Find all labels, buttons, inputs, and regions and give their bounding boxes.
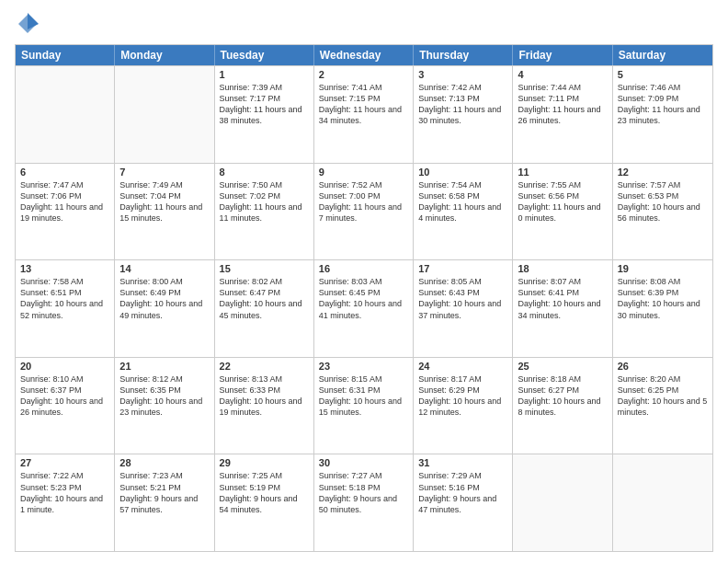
day-number: 29: [220, 457, 309, 468]
day-info: Sunrise: 8:17 AMSunset: 6:29 PMDaylight:…: [418, 373, 507, 419]
day-info: Sunrise: 7:57 AMSunset: 6:53 PMDaylight:…: [618, 179, 708, 224]
day-number: 13: [20, 263, 109, 274]
calendar-cell: 16Sunrise: 8:03 AMSunset: 6:45 PMDayligh…: [314, 260, 414, 357]
day-info: Sunrise: 8:07 AMSunset: 6:41 PMDaylight:…: [518, 276, 607, 321]
day-info: Sunrise: 7:29 AMSunset: 5:16 PMDaylight:…: [418, 470, 507, 515]
day-number: 1: [220, 69, 309, 80]
calendar-cell: 4Sunrise: 7:44 AMSunset: 7:11 PMDaylight…: [513, 66, 612, 163]
calendar-body: 1Sunrise: 7:39 AMSunset: 7:17 PMDaylight…: [16, 65, 712, 551]
day-number: 16: [319, 263, 408, 274]
calendar-cell: 6Sunrise: 7:47 AMSunset: 7:06 PMDaylight…: [16, 164, 115, 260]
day-number: 30: [319, 457, 408, 468]
day-info: Sunrise: 7:49 AMSunset: 7:04 PMDaylight:…: [119, 179, 209, 224]
day-info: Sunrise: 7:27 AMSunset: 5:18 PMDaylight:…: [319, 470, 408, 515]
day-info: Sunrise: 7:55 AMSunset: 6:56 PMDaylight:…: [518, 179, 607, 224]
calendar-day-header: Saturday: [613, 45, 712, 65]
calendar-day-header: Wednesday: [314, 45, 414, 65]
calendar-cell: 25Sunrise: 8:18 AMSunset: 6:27 PMDayligh…: [513, 358, 612, 454]
calendar-cell: 24Sunrise: 8:17 AMSunset: 6:29 PMDayligh…: [414, 358, 513, 454]
calendar-cell: 14Sunrise: 8:00 AMSunset: 6:49 PMDayligh…: [115, 260, 214, 357]
calendar-day-header: Sunday: [16, 45, 115, 65]
calendar-cell: 21Sunrise: 8:12 AMSunset: 6:35 PMDayligh…: [115, 358, 214, 454]
day-info: Sunrise: 7:23 AMSunset: 5:21 PMDaylight:…: [119, 470, 209, 515]
day-number: 19: [618, 263, 708, 274]
day-number: 5: [618, 69, 708, 80]
day-number: 15: [220, 263, 309, 274]
calendar-cell: 13Sunrise: 7:58 AMSunset: 6:51 PMDayligh…: [16, 260, 115, 357]
calendar-row: 1Sunrise: 7:39 AMSunset: 7:17 PMDaylight…: [16, 65, 712, 163]
day-info: Sunrise: 7:39 AMSunset: 7:17 PMDaylight:…: [220, 82, 309, 127]
calendar-day-header: Thursday: [414, 45, 513, 65]
day-info: Sunrise: 8:03 AMSunset: 6:45 PMDaylight:…: [319, 276, 408, 321]
day-number: 23: [319, 361, 408, 372]
calendar-cell: 15Sunrise: 8:02 AMSunset: 6:47 PMDayligh…: [215, 260, 314, 357]
day-info: Sunrise: 7:22 AMSunset: 5:23 PMDaylight:…: [20, 470, 109, 515]
calendar-cell: 11Sunrise: 7:55 AMSunset: 6:56 PMDayligh…: [513, 164, 612, 260]
calendar-day-header: Friday: [513, 45, 612, 65]
calendar-cell: 19Sunrise: 8:08 AMSunset: 6:39 PMDayligh…: [613, 260, 712, 357]
calendar-cell: 29Sunrise: 7:25 AMSunset: 5:19 PMDayligh…: [215, 454, 314, 551]
calendar-cell: 20Sunrise: 8:10 AMSunset: 6:37 PMDayligh…: [16, 358, 115, 454]
calendar-cell: 22Sunrise: 8:13 AMSunset: 6:33 PMDayligh…: [215, 358, 314, 454]
day-info: Sunrise: 8:08 AMSunset: 6:39 PMDaylight:…: [618, 276, 708, 321]
day-number: 18: [518, 263, 607, 274]
logo: [15, 11, 44, 37]
day-info: Sunrise: 8:13 AMSunset: 6:33 PMDaylight:…: [220, 373, 309, 419]
calendar-day-header: Monday: [115, 45, 214, 65]
calendar-cell: 26Sunrise: 8:20 AMSunset: 6:25 PMDayligh…: [613, 358, 712, 454]
calendar-cell-empty: [513, 454, 612, 551]
calendar-cell: 17Sunrise: 8:05 AMSunset: 6:43 PMDayligh…: [414, 260, 513, 357]
day-number: 10: [418, 167, 507, 178]
day-info: Sunrise: 8:10 AMSunset: 6:37 PMDaylight:…: [20, 373, 109, 419]
calendar-cell: 2Sunrise: 7:41 AMSunset: 7:15 PMDaylight…: [314, 66, 414, 163]
day-number: 7: [119, 167, 209, 178]
day-info: Sunrise: 7:41 AMSunset: 7:15 PMDaylight:…: [319, 82, 408, 127]
day-info: Sunrise: 7:54 AMSunset: 6:58 PMDaylight:…: [418, 179, 507, 224]
calendar-day-header: Tuesday: [215, 45, 314, 65]
day-number: 21: [119, 361, 209, 372]
day-number: 9: [319, 167, 408, 178]
logo-icon: [15, 11, 40, 37]
day-number: 8: [220, 167, 309, 178]
calendar-cell: 18Sunrise: 8:07 AMSunset: 6:41 PMDayligh…: [513, 260, 612, 357]
day-number: 24: [418, 361, 507, 372]
calendar-cell: 31Sunrise: 7:29 AMSunset: 5:16 PMDayligh…: [414, 454, 513, 551]
day-info: Sunrise: 7:47 AMSunset: 7:06 PMDaylight:…: [20, 179, 109, 224]
calendar-cell-empty: [613, 454, 712, 551]
day-info: Sunrise: 8:20 AMSunset: 6:25 PMDaylight:…: [618, 373, 708, 419]
day-info: Sunrise: 7:46 AMSunset: 7:09 PMDaylight:…: [618, 82, 708, 127]
day-number: 22: [220, 361, 309, 372]
day-number: 31: [418, 457, 507, 468]
day-number: 28: [119, 457, 209, 468]
day-number: 26: [618, 361, 708, 372]
calendar-row: 20Sunrise: 8:10 AMSunset: 6:37 PMDayligh…: [16, 357, 712, 454]
calendar-row: 13Sunrise: 7:58 AMSunset: 6:51 PMDayligh…: [16, 259, 712, 357]
day-info: Sunrise: 8:02 AMSunset: 6:47 PMDaylight:…: [220, 276, 309, 321]
day-info: Sunrise: 8:18 AMSunset: 6:27 PMDaylight:…: [518, 373, 607, 419]
calendar-cell: 30Sunrise: 7:27 AMSunset: 5:18 PMDayligh…: [314, 454, 414, 551]
calendar-cell: 5Sunrise: 7:46 AMSunset: 7:09 PMDaylight…: [613, 66, 712, 163]
day-number: 12: [618, 167, 708, 178]
calendar: SundayMondayTuesdayWednesdayThursdayFrid…: [15, 44, 713, 552]
day-info: Sunrise: 7:52 AMSunset: 7:00 PMDaylight:…: [319, 179, 408, 224]
day-number: 25: [518, 361, 607, 372]
calendar-row: 6Sunrise: 7:47 AMSunset: 7:06 PMDaylight…: [16, 163, 712, 260]
header: [15, 11, 713, 37]
calendar-cell: 1Sunrise: 7:39 AMSunset: 7:17 PMDaylight…: [215, 66, 314, 163]
calendar-cell-empty: [16, 66, 115, 163]
calendar-cell-empty: [115, 66, 214, 163]
calendar-cell: 12Sunrise: 7:57 AMSunset: 6:53 PMDayligh…: [613, 164, 712, 260]
calendar-header: SundayMondayTuesdayWednesdayThursdayFrid…: [16, 45, 712, 65]
day-info: Sunrise: 7:50 AMSunset: 7:02 PMDaylight:…: [220, 179, 309, 224]
calendar-cell: 7Sunrise: 7:49 AMSunset: 7:04 PMDaylight…: [115, 164, 214, 260]
day-number: 2: [319, 69, 408, 80]
calendar-cell: 27Sunrise: 7:22 AMSunset: 5:23 PMDayligh…: [16, 454, 115, 551]
day-info: Sunrise: 7:58 AMSunset: 6:51 PMDaylight:…: [20, 276, 109, 321]
day-number: 20: [20, 361, 109, 372]
day-info: Sunrise: 7:44 AMSunset: 7:11 PMDaylight:…: [518, 82, 607, 127]
day-info: Sunrise: 7:42 AMSunset: 7:13 PMDaylight:…: [418, 82, 507, 127]
page: SundayMondayTuesdayWednesdayThursdayFrid…: [0, 0, 728, 563]
day-info: Sunrise: 8:00 AMSunset: 6:49 PMDaylight:…: [119, 276, 209, 321]
day-number: 11: [518, 167, 607, 178]
calendar-cell: 9Sunrise: 7:52 AMSunset: 7:00 PMDaylight…: [314, 164, 414, 260]
